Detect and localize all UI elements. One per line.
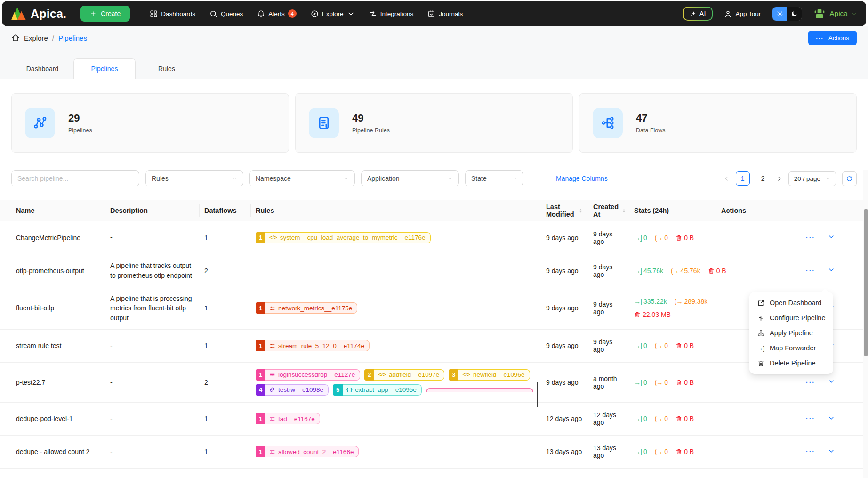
- theme-toggle[interactable]: [772, 7, 802, 21]
- tab-rules[interactable]: Rules: [136, 59, 198, 79]
- user-menu[interactable]: Apica: [813, 8, 857, 20]
- column-header-dataflows: Dataflows: [200, 204, 251, 217]
- menu-item-label: Apply Pipeline: [770, 329, 813, 337]
- nav-item-dashboards[interactable]: Dashboards: [150, 10, 195, 18]
- rule-label: network_metrics__e1175e: [278, 305, 352, 312]
- alerts-count-badge: 4: [288, 9, 297, 18]
- home-icon[interactable]: [11, 33, 20, 42]
- cell-description: A pipeline that tracks output to prometh…: [105, 254, 197, 287]
- user-name: Apica: [829, 9, 848, 18]
- menu-item-open-dashboard[interactable]: Open Dashboard: [749, 295, 833, 310]
- rule-pill[interactable]: 2</>addfield__e1097e: [364, 369, 444, 381]
- stat-forwarded: (→289.38k: [675, 298, 708, 305]
- cell-dataflows: 1: [200, 335, 251, 356]
- menu-item-apply-pipeline[interactable]: Apply Pipeline: [749, 325, 833, 340]
- menu-item-map-forwarder[interactable]: →]Map Forwarder: [749, 340, 833, 356]
- cell-description: A pipeline that is processing metrics fr…: [105, 287, 197, 329]
- stat-ingested: →]0: [634, 415, 647, 422]
- cell-last-modified: 12 days ago: [541, 408, 588, 429]
- prev-page-icon[interactable]: [723, 176, 730, 182]
- actions-button[interactable]: ··· Actions: [808, 31, 857, 45]
- column-header-created-at[interactable]: Created At: [588, 204, 629, 217]
- create-button[interactable]: Create: [80, 6, 130, 22]
- app-tour-button[interactable]: App Tour: [724, 10, 761, 18]
- chevron-left-icon: [723, 176, 730, 182]
- row-expand-chevron-icon[interactable]: [828, 233, 835, 242]
- explore-icon: [311, 10, 319, 18]
- rule-pill[interactable]: 3</>newfield__e1096e: [449, 369, 530, 381]
- rule-pill[interactable]: 1network_metrics__e1175e: [256, 302, 357, 314]
- row-expand-chevron-icon[interactable]: [828, 266, 835, 275]
- application-select[interactable]: Application: [361, 170, 459, 186]
- refresh-button[interactable]: [842, 171, 857, 186]
- cell-description: -: [105, 440, 197, 463]
- rules-select[interactable]: Rules: [145, 170, 243, 186]
- column-header-last-modified[interactable]: Last Modified: [541, 204, 588, 217]
- nav-item-label: Explore: [322, 10, 344, 17]
- tab-dashboard[interactable]: Dashboard: [11, 59, 73, 79]
- menu-item-configure-pipeline[interactable]: Configure Pipeline: [749, 310, 833, 325]
- rule-pill[interactable]: 1allowed_count_2__e1166e: [256, 446, 359, 457]
- search-input[interactable]: [11, 170, 139, 186]
- plus-icon: [90, 10, 96, 17]
- nav-item-label: Integrations: [380, 10, 414, 17]
- nav-item-alerts[interactable]: Alerts4: [257, 9, 297, 18]
- row-ellipsis-icon[interactable]: ···: [806, 448, 815, 455]
- rule-label: system__cpu_load_average_to_mymetric__e1…: [280, 234, 426, 241]
- next-page-icon[interactable]: [776, 176, 782, 182]
- rule-pill[interactable]: 1stream_rule_5_12_0__e1174e: [256, 340, 370, 351]
- namespace-select[interactable]: Namespace: [249, 170, 355, 186]
- select-value: Rules: [152, 175, 169, 182]
- row-ellipsis-icon[interactable]: ···: [806, 415, 815, 422]
- menu-item-delete-pipeline[interactable]: Delete Pipeline: [749, 356, 833, 371]
- pipelines-icon: [25, 108, 55, 138]
- cell-created-at: a month ago: [588, 368, 629, 397]
- rule-pill[interactable]: 1fad__e1167e: [256, 413, 320, 424]
- column-header-actions: Actions: [716, 204, 857, 217]
- nav-item-explore[interactable]: Explore: [311, 10, 355, 18]
- arrow-in-icon: →]: [634, 298, 642, 305]
- rule-label: stream_rule_5_12_0__e1174e: [278, 342, 364, 349]
- page-size-select[interactable]: 20 / page: [788, 171, 836, 186]
- stat-deleted: 0 B: [675, 448, 694, 455]
- stat-forwarded: (→0: [655, 234, 668, 242]
- rule-pill[interactable]: 5{ }extract_app__e1095e: [333, 384, 422, 396]
- trash-icon: [675, 415, 682, 422]
- dark-mode-option[interactable]: [787, 7, 802, 21]
- sliders-icon: [269, 372, 275, 378]
- brand[interactable]: Apica.: [11, 7, 66, 21]
- cell-stats: →]0(→00 B: [629, 335, 716, 356]
- stream-icon: [269, 305, 275, 311]
- row-ellipsis-icon[interactable]: ···: [806, 379, 815, 386]
- rule-pill[interactable]: 4testrw__e1098e: [256, 384, 329, 396]
- row-expand-chevron-icon[interactable]: [828, 414, 835, 423]
- cell-name: stream rule test: [11, 335, 105, 356]
- row-ellipsis-icon[interactable]: ···: [806, 234, 815, 242]
- state-select[interactable]: State: [465, 170, 523, 186]
- arrow-out-icon: (→: [655, 379, 663, 386]
- rule-pill[interactable]: 1</>system__cpu_load_average_to_mymetric…: [256, 232, 431, 243]
- breadcrumb-root[interactable]: Explore: [24, 34, 48, 42]
- chevron-down-icon: [347, 10, 355, 18]
- tab-pipelines[interactable]: Pipelines: [73, 58, 136, 79]
- nav-item-queries[interactable]: Queries: [209, 10, 243, 18]
- row-ellipsis-icon[interactable]: ···: [806, 267, 815, 275]
- ai-button[interactable]: AI: [683, 7, 713, 21]
- cell-description: -: [105, 407, 197, 430]
- trash-icon: [634, 311, 641, 318]
- page-number-2[interactable]: 2: [756, 171, 770, 186]
- rule-number: 1: [256, 446, 265, 457]
- nav-item-journals[interactable]: Journals: [427, 10, 463, 18]
- nav-item-integrations[interactable]: Integrations: [369, 10, 414, 18]
- page-number-1[interactable]: 1: [736, 171, 750, 186]
- light-mode-option[interactable]: [772, 7, 787, 21]
- manage-columns-link[interactable]: Manage Columns: [556, 175, 608, 182]
- nav-item-label: Dashboards: [161, 10, 195, 17]
- stat-deleted: 0 B: [675, 234, 694, 242]
- arrow-out-icon: (→: [655, 234, 663, 242]
- scrollbar-thumb[interactable]: [864, 209, 868, 356]
- row-expand-chevron-icon[interactable]: [828, 378, 835, 387]
- cell-rules: 1fad__e1167e: [251, 406, 541, 431]
- row-expand-chevron-icon[interactable]: [828, 447, 835, 456]
- rule-pill[interactable]: 1loginsuccessdrop__e1127e: [256, 369, 360, 381]
